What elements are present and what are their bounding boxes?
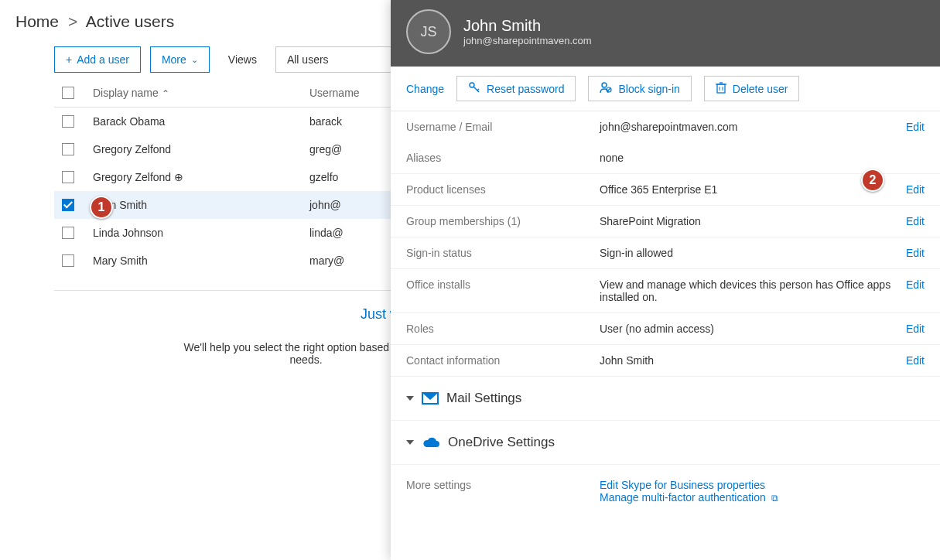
row-checkbox[interactable] — [62, 115, 74, 128]
row-checkbox[interactable] — [62, 227, 74, 239]
breadcrumb-home[interactable]: Home — [15, 12, 59, 30]
detail-label: Group memberships (1) — [406, 215, 600, 227]
detail-label: Product licenses — [406, 183, 600, 196]
detail-label: Sign-in status — [406, 247, 600, 259]
detail-value: john@sharepointmaven.com — [600, 121, 897, 133]
detail-contact: Contact information John Smith Edit — [391, 345, 940, 377]
detail-more-settings: More settings Edit Skype for Business pr… — [391, 465, 940, 513]
section-label: OneDrive Settings — [448, 435, 555, 450]
manage-mfa-link[interactable]: Manage multi-factor authentication — [600, 491, 766, 504]
row-checkbox[interactable] — [62, 143, 74, 155]
row-display-name: Gregory Zelfond ⊕ — [93, 171, 309, 183]
delete-user-button[interactable]: Delete user — [704, 76, 800, 101]
trash-icon — [716, 81, 726, 96]
mail-icon — [422, 392, 439, 405]
detail-value: Office 365 Enterprise E1 — [600, 183, 897, 196]
mail-settings-section[interactable]: Mail Settings — [391, 377, 940, 421]
detail-value: none — [600, 152, 897, 164]
add-user-label: Add a user — [77, 53, 129, 66]
panel-user-name: John Smith — [463, 17, 592, 35]
column-display-name[interactable]: Display name⌃ — [93, 87, 309, 99]
row-checkbox[interactable] — [62, 254, 74, 267]
svg-point-3 — [602, 83, 607, 87]
edit-link[interactable]: Edit — [897, 247, 925, 259]
detail-label: Roles — [406, 323, 600, 335]
key-icon — [468, 81, 480, 96]
row-display-name: Barack Obama — [93, 115, 309, 128]
reset-password-label: Reset password — [487, 83, 564, 95]
svg-line-5 — [607, 88, 610, 91]
external-link-icon: ⧉ — [769, 493, 778, 504]
row-display-name: Gregory Zelfond — [93, 143, 309, 155]
row-display-name: Mary Smith — [93, 254, 309, 267]
edit-link[interactable]: Edit — [897, 215, 925, 227]
row-display-name: Linda Johnson — [93, 227, 309, 239]
add-user-button[interactable]: + Add a user — [54, 46, 141, 73]
edit-link[interactable]: Edit — [897, 354, 925, 367]
row-display-name: John Smith — [93, 199, 309, 211]
avatar: JS — [406, 9, 451, 54]
change-link[interactable]: Change — [406, 83, 444, 95]
detail-value: John Smith — [600, 354, 897, 367]
svg-rect-6 — [717, 84, 725, 93]
delete-user-label: Delete user — [733, 83, 788, 95]
user-detail-panel: JS John Smith john@sharepointmaven.com C… — [391, 0, 940, 560]
panel-header: JS John Smith john@sharepointmaven.com — [391, 0, 940, 67]
edit-link[interactable]: Edit — [897, 121, 925, 133]
row-checkbox[interactable] — [62, 171, 74, 183]
detail-username: Username / Email john@sharepointmaven.co… — [391, 111, 940, 142]
views-select[interactable]: All users — [275, 46, 399, 73]
detail-office: Office installs View and manage which de… — [391, 269, 940, 313]
sort-asc-icon: ⌃ — [162, 88, 169, 99]
detail-aliases: Aliases none Edit — [391, 142, 940, 174]
plus-icon: + — [66, 53, 72, 66]
section-label: Mail Settings — [446, 391, 521, 406]
chevron-down-icon: ⌄ — [191, 55, 198, 65]
edit-link[interactable]: Edit — [897, 323, 925, 335]
detail-groups: Group memberships (1) SharePoint Migrati… — [391, 206, 940, 237]
edit-link[interactable]: Edit — [897, 183, 925, 196]
detail-label: Contact information — [406, 354, 600, 367]
more-button[interactable]: More ⌄ — [150, 46, 210, 73]
detail-value: Sign-in allowed — [600, 247, 897, 259]
panel-actions: Change Reset password Block sign-in Dele… — [391, 67, 940, 111]
edit-skype-link[interactable]: Edit Skype for Business properties — [600, 479, 925, 491]
detail-signin: Sign-in status Sign-in allowed Edit — [391, 237, 940, 269]
breadcrumb-current: Active users — [86, 12, 174, 30]
chevron-down-icon — [406, 396, 414, 401]
reset-password-button[interactable]: Reset password — [456, 76, 576, 101]
detail-label: More settings — [406, 479, 600, 491]
chevron-down-icon — [406, 440, 414, 445]
block-signin-label: Block sign-in — [618, 83, 679, 95]
edit-link[interactable]: Edit — [897, 278, 925, 291]
block-signin-button[interactable]: Block sign-in — [588, 76, 691, 101]
breadcrumb-separator: > — [68, 12, 77, 30]
onedrive-settings-section[interactable]: OneDrive Settings — [391, 421, 940, 465]
views-label: Views — [219, 47, 266, 72]
block-user-icon — [600, 81, 612, 96]
detail-licenses: Product licenses Office 365 Enterprise E… — [391, 174, 940, 206]
select-all-checkbox[interactable] — [62, 87, 74, 99]
panel-user-email: john@sharepointmaven.com — [463, 35, 592, 46]
svg-line-2 — [477, 89, 479, 90]
detail-value: View and manage which devices this perso… — [600, 278, 897, 303]
detail-value: SharePoint Migration — [600, 215, 897, 227]
detail-roles: Roles User (no admin access) Edit — [391, 313, 940, 345]
annotation-callout-1: 1 — [90, 196, 113, 219]
row-checkbox[interactable] — [62, 199, 74, 211]
detail-label: Username / Email — [406, 121, 600, 133]
detail-value: User (no admin access) — [600, 323, 897, 335]
annotation-callout-2: 2 — [861, 169, 884, 192]
onedrive-icon — [422, 436, 440, 449]
more-label: More — [162, 53, 186, 66]
detail-label: Office installs — [406, 278, 600, 291]
detail-label: Aliases — [406, 152, 600, 164]
